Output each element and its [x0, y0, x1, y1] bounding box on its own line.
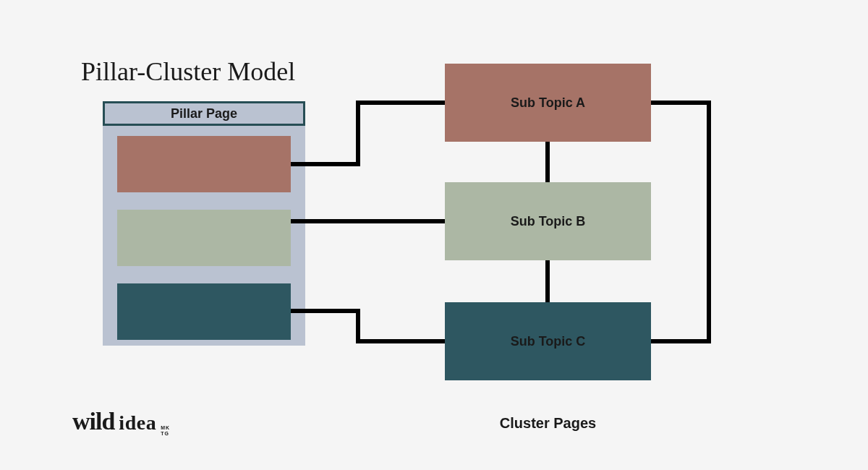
diagram-title: Pillar-Cluster Model: [81, 56, 295, 87]
pillar-block-b: [117, 210, 291, 266]
logo-wild-text: wild: [72, 408, 114, 435]
cluster-pages-label: Cluster Pages: [445, 415, 651, 432]
pillar-page-header: Pillar Page: [103, 101, 305, 126]
pillar-page-container: Pillar Page: [103, 101, 305, 346]
subtopic-a-box: Sub Topic A: [445, 64, 651, 142]
subtopic-c-box: Sub Topic C: [445, 302, 651, 380]
subtopic-b-box: Sub Topic B: [445, 182, 651, 260]
logo-tagline: MKTG: [161, 425, 170, 437]
pillar-block-a: [117, 136, 291, 192]
pillar-block-c: [117, 283, 291, 340]
wild-idea-logo: wild idea MKTG: [72, 408, 170, 437]
logo-idea-text: idea: [119, 411, 156, 435]
